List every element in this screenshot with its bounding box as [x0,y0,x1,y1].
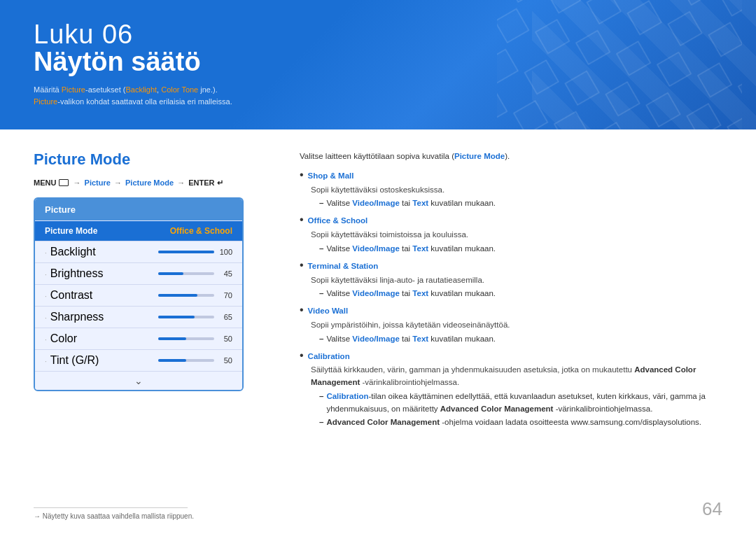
slider-backlight[interactable]: 100 [158,248,232,256]
picture-mode-label: Picture Mode [45,226,97,236]
header-banner: Luku 06 Näytön säätö Määritä Picture-ase… [0,0,756,129]
bullet-shop-mall: • Shop & Mall Sopii käytettäväksi ostosk… [300,170,722,210]
desc-mid1: -asetukset ( [85,85,125,94]
terminal-label: Terminal & Station [308,260,379,273]
menu-label: MENU [34,178,58,187]
office-sub: – Valitse Video/Image tai Text kuvatilan… [319,243,722,255]
calibration-label: Calibration [308,351,350,363]
chevron-down-icon: ⌄ [134,375,143,386]
calibration-sub2-text: Advanced Color Management -ohjelma voida… [326,416,701,429]
chevron-row[interactable]: ⌄ [35,371,242,390]
footer-note: Näytetty kuva saattaa vaihdella mallista… [34,512,722,520]
slider-val-color: 50 [218,335,232,343]
slider-sharpness[interactable]: 65 [158,313,232,321]
setting-name-contrast: ·Contrast [45,289,92,302]
page-number: 64 [702,498,722,520]
menu-path: MENU → Picture → Picture Mode → ENTER ↵ [34,178,272,188]
terminal-desc: Sopii käytettäväksi linja-auto- ja rauta… [311,274,722,287]
slider-fill-contrast [158,294,197,297]
slider-val-backlight: 100 [218,248,232,256]
videowall-sub: – Valitse Video/Image tai Text kuvatilan… [319,333,722,346]
header-content: Luku 06 Näytön säätö Määritä Picture-ase… [34,20,232,107]
bullet-item-videowall: • Video Wall [300,305,722,318]
setting-color[interactable]: ·Color 50 [35,328,242,349]
calibration-sub1-text: Calibration-tilan oikea käyttäminen edel… [326,391,722,416]
desc-colortone: Color Tone [161,85,198,94]
slider-val-sharpness: 65 [218,313,232,321]
page-title: Näytön säätö [34,47,232,77]
menu-enter: ENTER [188,178,216,187]
chapter-label: Luku 06 [34,20,232,50]
bullet-dot-videowall: • [300,304,304,316]
desc-suffix1: jne.). [198,85,218,94]
shop-sub-text: Valitse Video/Image tai Text kuvatilan m… [326,197,496,210]
slider-color[interactable]: 50 [158,335,232,343]
menu-icon [59,179,69,186]
slider-contrast[interactable]: 70 [158,291,232,300]
menu-picture-mode: Picture Mode [125,178,174,187]
slider-bar-tint [158,359,214,362]
picture-mode-row[interactable]: Picture Mode Office & School [35,220,242,241]
slider-bar-sharpness [158,316,214,318]
enter-icon: ↵ [217,178,223,188]
office-sub-text: Valitse Video/Image tai Text kuvatilan m… [326,243,496,255]
setting-name-sharpness: ·Sharpness [45,311,104,323]
slider-val-contrast: 70 [218,291,232,300]
videowall-label: Video Wall [308,305,349,318]
menu-picture: Picture [85,178,111,187]
svg-rect-2 [497,0,742,129]
left-column: Picture Mode MENU → Picture → Picture Mo… [34,150,272,478]
footer-divider [34,507,188,508]
arrow3: → [177,178,187,187]
setting-name-tint: ·Tint (G/R) [45,354,99,367]
slider-brightness[interactable]: 45 [158,269,232,278]
right-column: Valitse laitteen käyttötilaan sopiva kuv… [300,150,722,478]
setting-contrast[interactable]: ·Contrast 70 [35,284,242,306]
slider-fill-tint [158,359,186,362]
slider-tint[interactable]: 50 [158,356,232,365]
picture-box-header: Picture [35,199,242,220]
sub-dash-office: – [319,243,323,255]
setting-backlight[interactable]: ·Backlight 100 [35,241,242,262]
setting-name-backlight: ·Backlight [45,246,96,258]
sub-dash-shop: – [319,197,323,210]
slider-fill-color [158,337,186,340]
shop-mall-label: Shop & Mall [308,170,354,183]
header-description: Määritä Picture-asetukset (Backlight, Co… [34,84,232,107]
setting-brightness[interactable]: ·Brightness 45 [35,262,242,284]
bullet-dot-calibration: • [300,350,304,361]
intro-text: Valitse laitteen käyttötilaan sopiva kuv… [300,150,722,163]
setting-tint[interactable]: ·Tint (G/R) 50 [35,349,242,371]
footer-area: Näytetty kuva saattaa vaihdella mallista… [34,507,722,520]
picture-mode-bold: Picture Mode [454,152,505,160]
videowall-desc: Sopii ympäristöihin, joissa käytetään vi… [311,319,722,332]
setting-name-color: ·Color [45,332,77,345]
desc-backlight: Backlight [125,85,157,94]
setting-name-brightness: ·Brightness [45,267,103,280]
bullet-dot-office: • [300,214,304,225]
arrow2: → [114,178,124,187]
slider-val-brightness: 45 [218,269,232,278]
calibration-desc: Säilyttää kirkkauden, värin, gamman ja y… [311,364,722,389]
desc-picture2: Picture [34,97,57,106]
office-desc: Sopii käytettäväksi toimistoissa ja koul… [311,229,722,241]
shop-sub: – Valitse Video/Image tai Text kuvatilan… [319,197,722,210]
videowall-sub-text: Valitse Video/Image tai Text kuvatilan m… [326,333,496,346]
desc-prefix: Määritä [34,85,62,94]
slider-fill-brightness [158,272,183,275]
calibration-sub1: – Calibration-tilan oikea käyttäminen ed… [319,391,722,416]
sub-dash-cal2: – [319,416,323,429]
slider-fill-sharpness [158,316,195,318]
shop-desc: Sopii käytettäväksi ostoskeskuksissa. [311,184,722,197]
setting-sharpness[interactable]: ·Sharpness 65 [35,306,242,328]
desc-highlight-picture: Picture [62,85,85,94]
bullet-terminal: • Terminal & Station Sopii käytettäväksi… [300,260,722,300]
bullet-video-wall: • Video Wall Sopii ympäristöihin, joissa… [300,305,722,345]
main-content: Picture Mode MENU → Picture → Picture Mo… [0,129,756,492]
bullet-item-office: • Office & School [300,215,722,227]
slider-bar-contrast [158,294,214,297]
calibration-sub2: – Advanced Color Management -ohjelma voi… [319,416,722,429]
terminal-sub-text: Valitse Video/Image tai Text kuvatilan m… [326,288,496,300]
sub-dash-videowall: – [319,333,323,346]
desc-suffix2: -valikon kohdat saattavat olla erilaisia… [57,97,232,106]
